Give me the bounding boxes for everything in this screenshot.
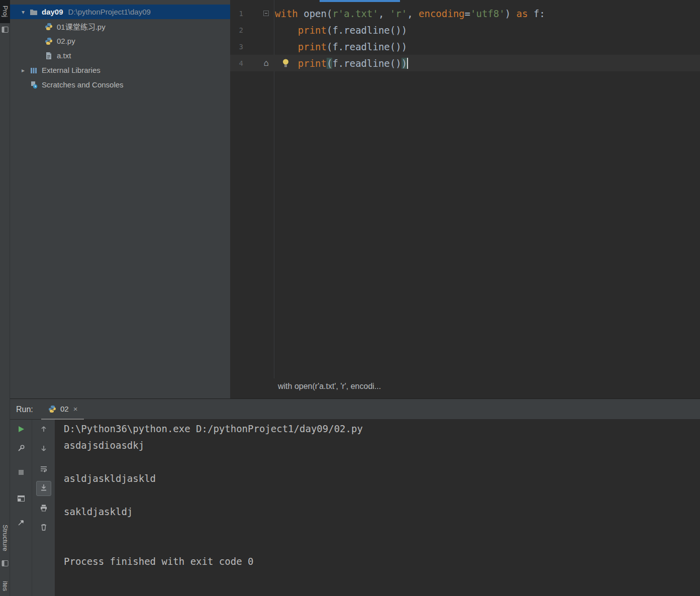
code-token: ) bbox=[402, 58, 407, 69]
console-toolbar bbox=[32, 420, 55, 596]
project-item[interactable]: 02.py bbox=[10, 34, 230, 48]
left-tool-stripe: Proj Structure ites bbox=[0, 0, 10, 596]
intention-bulb-icon[interactable] bbox=[281, 58, 290, 68]
project-item-label: 02.py bbox=[57, 37, 75, 45]
tool-button-project[interactable]: Proj bbox=[0, 0, 10, 23]
python-file-icon bbox=[44, 23, 53, 31]
clear-console-button[interactable] bbox=[36, 521, 51, 536]
code-token: ) bbox=[505, 8, 517, 19]
code-token: 'r' bbox=[390, 8, 407, 19]
pin-tab-button[interactable] bbox=[14, 516, 29, 531]
tool-button-favorites-label: ites bbox=[2, 581, 9, 591]
gutter bbox=[243, 11, 274, 16]
structure-toolwindow-icon[interactable] bbox=[2, 560, 9, 567]
code-token: = bbox=[465, 8, 470, 19]
chevron-right-icon[interactable]: ▸ bbox=[17, 67, 29, 74]
run-panel: Run: 02 × D:\Python36\python.exe D:/pyth… bbox=[10, 399, 700, 596]
folder-icon bbox=[29, 8, 38, 16]
project-item-label: Scratches and Consoles bbox=[42, 80, 124, 89]
bookmark-icon[interactable]: ⌂ bbox=[264, 59, 269, 67]
code-token: f.readline() bbox=[332, 58, 401, 69]
code-line-2[interactable]: 2 print(f.readline()) bbox=[230, 22, 700, 38]
project-item[interactable]: ▸External Libraries bbox=[10, 63, 230, 77]
down-stacktrace-button[interactable] bbox=[36, 442, 51, 457]
code-area[interactable]: 1with open(r'a.txt', 'r', encoding='utf8… bbox=[230, 5, 700, 71]
code-text[interactable]: with open(r'a.txt', 'r', encoding='utf8'… bbox=[275, 8, 545, 19]
print-icon bbox=[40, 504, 48, 514]
code-token: r'a.txt' bbox=[332, 8, 378, 19]
stop-icon bbox=[17, 468, 25, 478]
editor-context-hint: with open(r'a.txt', 'r', encodi... bbox=[278, 382, 381, 391]
code-token: print bbox=[298, 58, 327, 69]
scratches-icon bbox=[29, 81, 38, 89]
print-console-button[interactable] bbox=[36, 502, 51, 517]
python-file-icon bbox=[48, 405, 57, 413]
soft-wrap-button[interactable] bbox=[36, 462, 51, 477]
down-arrow-icon bbox=[40, 444, 48, 454]
pycharm-window: Proj Structure ites ▾ day09 D:\pythonPro… bbox=[0, 0, 700, 596]
console-line: sakldjaskldj bbox=[64, 504, 700, 520]
project-item-label: 01课堂练习.py bbox=[57, 21, 106, 32]
console-output[interactable]: D:\Python36\python.exe D:/pythonProject1… bbox=[55, 420, 700, 596]
line-number: 2 bbox=[230, 26, 243, 34]
code-token: print bbox=[298, 25, 327, 36]
line-number: 3 bbox=[230, 43, 243, 51]
code-token bbox=[275, 25, 298, 36]
scroll-to-end-button[interactable] bbox=[36, 481, 51, 496]
stop-button[interactable] bbox=[14, 466, 29, 481]
console-line bbox=[64, 454, 700, 470]
console-line: Process finished with exit code 0 bbox=[64, 553, 700, 570]
close-icon[interactable]: × bbox=[73, 405, 78, 413]
code-token: 'utf8' bbox=[470, 8, 505, 19]
rerun-button[interactable] bbox=[14, 423, 29, 438]
wrench-icon bbox=[17, 444, 25, 454]
line-number: 1 bbox=[230, 10, 243, 18]
project-item[interactable]: 01课堂练习.py bbox=[10, 19, 230, 34]
console-line bbox=[64, 487, 700, 504]
tool-button-favorites[interactable]: ites bbox=[0, 576, 10, 596]
gutter: ⌂ bbox=[243, 59, 274, 67]
run-toolbar bbox=[10, 420, 32, 596]
run-icon bbox=[17, 425, 25, 435]
python-file-icon bbox=[44, 37, 53, 45]
console-line bbox=[64, 537, 700, 553]
code-text[interactable]: print(f.readline()) bbox=[275, 58, 408, 69]
line-number: 4 bbox=[230, 59, 243, 67]
run-tab-02[interactable]: 02 × bbox=[41, 399, 84, 420]
console-line: D:\Python36\python.exe D:/pythonProject1… bbox=[64, 421, 700, 437]
fold-icon[interactable] bbox=[263, 11, 269, 16]
softwrap-icon bbox=[40, 465, 48, 475]
project-item[interactable]: Scratches and Consoles bbox=[10, 77, 230, 92]
code-token: , bbox=[407, 8, 419, 19]
console-line: asdajsdioasdkj bbox=[64, 437, 700, 454]
run-tab-label: 02 bbox=[60, 405, 69, 413]
run-label: Run: bbox=[16, 399, 33, 420]
project-tree: 01课堂练习.py02.pya.txt▸External LibrariesSc… bbox=[10, 19, 230, 92]
project-root-row[interactable]: ▾ day09 D:\pythonProject1\day09 bbox=[10, 5, 230, 19]
up-stacktrace-button[interactable] bbox=[36, 423, 51, 438]
code-token bbox=[275, 41, 298, 52]
project-item[interactable]: a.txt bbox=[10, 48, 230, 63]
code-line-3[interactable]: 3 print(f.readline()) bbox=[230, 38, 700, 55]
project-root-name: day09 bbox=[42, 8, 63, 16]
code-token: encoding bbox=[419, 8, 465, 19]
code-line-1[interactable]: 1with open(r'a.txt', 'r', encoding='utf8… bbox=[230, 5, 700, 22]
project-item-label: External Libraries bbox=[42, 66, 101, 74]
chevron-down-icon[interactable]: ▾ bbox=[17, 9, 29, 16]
editor-panel[interactable]: 1with open(r'a.txt', 'r', encoding='utf8… bbox=[230, 0, 700, 399]
project-toolwindow-icon[interactable] bbox=[2, 26, 9, 33]
pin-icon bbox=[17, 519, 25, 529]
code-line-4[interactable]: 4⌂ print(f.readline()) bbox=[230, 55, 700, 71]
code-token: (f.readline()) bbox=[327, 25, 407, 36]
tool-button-project-label: Proj bbox=[2, 6, 9, 17]
code-text[interactable]: print(f.readline()) bbox=[275, 25, 407, 36]
code-text[interactable]: print(f.readline()) bbox=[275, 41, 407, 52]
code-token: f: bbox=[528, 8, 545, 19]
project-item-label: a.txt bbox=[57, 51, 71, 60]
restore-layout-button[interactable] bbox=[14, 492, 29, 507]
run-settings-button[interactable] bbox=[14, 442, 29, 457]
text-file-icon bbox=[44, 52, 53, 60]
project-panel: ▾ day09 D:\pythonProject1\day09 01课堂练习.p… bbox=[10, 0, 230, 399]
tool-button-structure[interactable]: Structure bbox=[0, 519, 10, 557]
libraries-icon bbox=[29, 66, 38, 74]
